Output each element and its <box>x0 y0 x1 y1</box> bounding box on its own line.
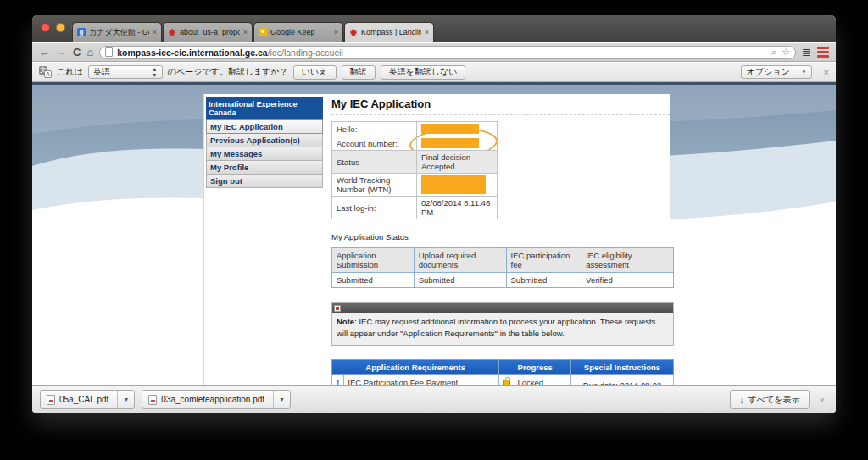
column-header: IEC participation fee <box>506 248 581 273</box>
screenshot-stage: ⤢ g カナダ大使館 - Google 検索 × about_us-a_prop… <box>0 0 868 460</box>
star-icon[interactable]: ☆ <box>782 47 790 58</box>
table-row: Status Final decision - Accepted <box>332 151 498 174</box>
maple-leaf-icon <box>168 28 176 36</box>
tab-label: カナダ大使館 - Google 検索 <box>89 27 149 38</box>
sidebar-item-my-profile[interactable]: My Profile <box>206 161 323 175</box>
address-bar[interactable]: kompass-iec-eic.international.gc.ca/iec/… <box>99 46 796 59</box>
download-filename: 05a_CAL.pdf <box>55 395 117 404</box>
tab-google-search[interactable]: g カナダ大使館 - Google 検索 × <box>72 22 162 42</box>
sidebar-header: International Experience Canada <box>206 97 323 119</box>
redacted-value <box>421 124 479 134</box>
last-login-value: 02/08/2014 8:11:46 PM <box>417 197 498 219</box>
home-icon[interactable]: ⌂ <box>86 47 93 58</box>
url-text[interactable]: kompass-iec-eic.international.gc.ca/iec/… <box>117 47 767 58</box>
chevron-down-icon[interactable]: ▼ <box>118 396 134 402</box>
info-label: Account number: <box>332 136 417 151</box>
status-cell: Submitted <box>414 273 506 288</box>
column-header: Application Requirements <box>332 359 499 374</box>
back-icon[interactable]: ← <box>39 47 50 58</box>
sidebar-item-my-iec-application[interactable]: My IEC Application <box>206 119 323 134</box>
close-icon[interactable]: × <box>816 395 828 405</box>
download-icon: ↓ <box>739 395 744 405</box>
translate-button[interactable]: 翻訳 <box>342 65 376 80</box>
close-icon[interactable]: × <box>425 28 429 36</box>
special-instructions-cell: Due date: 2014-08-02 <box>570 374 673 385</box>
forward-icon[interactable]: → <box>56 47 67 58</box>
google-icon: g <box>77 28 86 36</box>
pdf-icon <box>148 395 157 405</box>
tab-google-keep[interactable]: Google Keep × <box>253 22 343 42</box>
info-label: Status <box>332 151 417 174</box>
sidebar-item-sign-out[interactable]: Sign out <box>206 175 323 188</box>
info-label: World Tracking Number (WTN) <box>332 174 417 197</box>
close-icon[interactable]: × <box>243 28 248 36</box>
download-item-2[interactable]: 03a_comleteapplication.pdf ▼ <box>142 390 291 409</box>
download-bar: 05a_CAL.pdf ▼ 03a_comleteapplication.pdf… <box>32 385 836 413</box>
translate-bar: 文A これは 英語▲▼ のページです。翻訳しますか？ いいえ 翻訳 英語を翻訳し… <box>32 63 836 82</box>
note-icon <box>334 305 341 312</box>
show-all-downloads-button[interactable]: ↓ すべてを表示 <box>730 390 809 409</box>
maple-leaf-icon <box>349 28 358 36</box>
tab-strip: g カナダ大使館 - Google 検索 × about_us-a_propos… <box>72 22 435 42</box>
close-icon[interactable]: × <box>824 67 829 77</box>
browser-window: g カナダ大使館 - Google 検索 × about_us-a_propos… <box>32 15 836 413</box>
tab-label: Kompass | Landing <box>361 28 421 36</box>
keep-icon <box>259 28 267 36</box>
decline-translate-button[interactable]: いいえ <box>293 65 337 80</box>
status-cell: Submitted <box>506 273 581 288</box>
reload-icon[interactable]: C <box>73 47 81 58</box>
page-title: My IEC Application <box>331 97 670 115</box>
pdf-icon <box>47 395 55 405</box>
note-box: Note: IEC may request additional informa… <box>331 302 674 346</box>
account-info-table: Hello: Account number: Status Final deci… <box>331 121 498 219</box>
menu-icon[interactable] <box>817 47 829 58</box>
column-header: Application Submission <box>332 248 415 273</box>
table-row: Hello: <box>332 122 498 136</box>
application-requirements-table: Application Requirements Progress Specia… <box>331 359 674 385</box>
download-filename: 03a_comleteapplication.pdf <box>157 395 273 404</box>
table-row: Submitted Submitted Submitted Verified <box>332 273 674 288</box>
translate-suffix: のページです。翻訳しますか？ <box>168 66 288 78</box>
tab-kompass-landing[interactable]: Kompass | Landing × <box>344 22 434 42</box>
options-dropdown[interactable]: オプション▼ <box>741 65 811 79</box>
status-section-title: My Application Status <box>331 232 670 241</box>
tab-label: about_us-a_propos_de_no <box>180 28 240 36</box>
column-header: Special Instructions <box>570 359 673 374</box>
close-window-button[interactable] <box>41 23 50 32</box>
tab-label: Google Keep <box>270 28 331 36</box>
main-content: My IEC Application Hello: Account number… <box>331 97 670 385</box>
sidebar-nav: International Experience Canada My IEC A… <box>206 97 323 188</box>
tab-about-us[interactable]: about_us-a_propos_de_no × <box>163 22 253 42</box>
info-label: Last log-in: <box>332 197 417 219</box>
table-row: Last log-in: 02/08/2014 8:11:46 PM <box>332 197 498 219</box>
sidebar-item-my-messages[interactable]: My Messages <box>206 147 323 161</box>
never-translate-button[interactable]: 英語を翻訳しない <box>381 65 466 80</box>
lock-icon <box>503 380 510 385</box>
table-row: Account number: <box>332 136 498 151</box>
sidebar-item-previous-applications[interactable]: Previous Application(s) <box>206 134 323 147</box>
layers-icon[interactable]: ≣ <box>802 47 811 58</box>
column-header: Upload required documents <box>414 248 506 273</box>
title-bar: g カナダ大使館 - Google 検索 × about_us-a_propos… <box>32 15 836 42</box>
chevron-down-icon[interactable]: ▼ <box>274 396 290 402</box>
row-number: 1 <box>332 374 344 385</box>
status-value: Final decision - Accepted <box>417 151 498 174</box>
download-item-1[interactable]: 05a_CAL.pdf ▼ <box>40 390 135 409</box>
note-text: Note: IEC may request additional informa… <box>332 313 673 345</box>
application-status-table: Application Submission Upload required d… <box>331 247 674 288</box>
table-header-row: Application Submission Upload required d… <box>332 248 674 273</box>
info-label: Hello: <box>332 122 417 136</box>
minimize-window-button[interactable] <box>56 23 65 32</box>
language-select[interactable]: 英語▲▼ <box>88 65 163 79</box>
column-header: IEC eligibility assessment <box>581 248 674 273</box>
progress-cell: Locked <box>499 374 571 385</box>
redacted-value <box>421 138 479 148</box>
close-icon[interactable]: × <box>153 28 157 36</box>
table-header-row: Application Requirements Progress Specia… <box>332 359 674 374</box>
close-icon[interactable]: × <box>334 28 338 36</box>
table-row: World Tracking Number (WTN) <box>332 174 498 197</box>
web-page: International Experience Canada My IEC A… <box>32 82 836 385</box>
browser-toolbar: ← → C ⌂ kompass-iec-eic.international.gc… <box>32 43 836 62</box>
search-icon[interactable]: ⌕ <box>771 47 776 58</box>
translate-prefix: これは <box>57 66 83 78</box>
